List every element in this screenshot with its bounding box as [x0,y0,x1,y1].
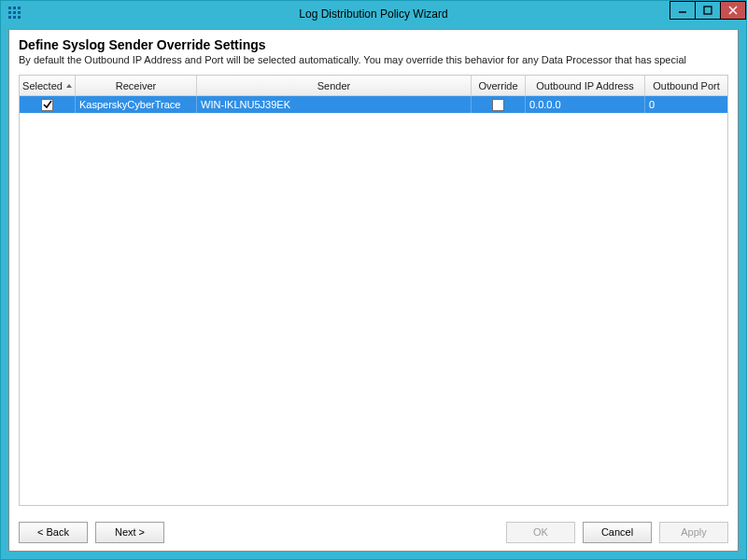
apply-button[interactable]: Apply [659,522,728,543]
back-button[interactable]: < Back [19,522,88,543]
client-area: Define Syslog Sender Override Settings B… [8,29,739,552]
page-header: Define Syslog Sender Override Settings B… [9,30,738,71]
column-header-selected[interactable]: Selected [20,76,76,95]
override-grid[interactable]: Selected Receiver Sender Override Outbou… [19,75,728,506]
minimize-button[interactable] [669,1,696,20]
cell-override[interactable] [472,96,526,113]
window-controls [670,1,746,20]
column-header-outbound-ip[interactable]: Outbound IP Address [526,76,645,95]
page-description: By default the Outbound IP Address and P… [19,54,728,65]
svg-rect-1 [704,7,712,14]
close-button[interactable] [720,1,746,20]
table-row[interactable]: KasperskyCyberTrace WIN-IKLNU5J39EK 0.0.… [20,96,727,113]
selected-checkbox[interactable] [41,99,53,111]
cell-selected[interactable] [20,96,76,113]
window-title: Log Distribution Policy Wizard [1,7,746,21]
wizard-button-bar: < Back Next > OK Cancel Apply [9,513,738,551]
cancel-button[interactable]: Cancel [583,522,652,543]
cell-outbound-ip[interactable]: 0.0.0.0 [526,96,645,113]
titlebar[interactable]: Log Distribution Policy Wizard [1,1,746,27]
cell-outbound-port[interactable]: 0 [645,96,727,113]
next-button[interactable]: Next > [95,522,164,543]
column-header-sender[interactable]: Sender [197,76,472,95]
override-checkbox[interactable] [492,99,504,111]
app-icon [8,7,23,21]
column-header-override[interactable]: Override [472,76,526,95]
ok-button[interactable]: OK [506,522,575,543]
column-header-receiver[interactable]: Receiver [76,76,197,95]
page-title: Define Syslog Sender Override Settings [19,37,728,52]
grid-header-row: Selected Receiver Sender Override Outbou… [20,76,727,96]
cell-receiver: KasperskyCyberTrace [76,96,197,113]
cell-sender: WIN-IKLNU5J39EK [197,96,472,113]
wizard-window: Log Distribution Policy Wizard Define Sy… [0,0,747,560]
column-header-outbound-port[interactable]: Outbound Port [645,76,727,95]
maximize-button[interactable] [695,1,721,20]
